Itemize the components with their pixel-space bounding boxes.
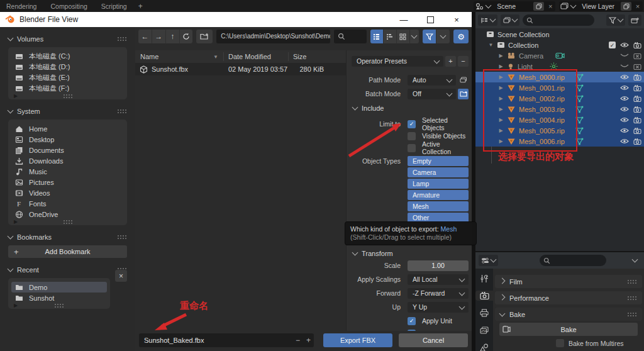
object-type-armature[interactable]: Armature [408,190,469,200]
camera-render-icon[interactable] [633,96,641,102]
resize-corner-icon[interactable]: ▶ [14,303,18,308]
sort-icon[interactable]: ▼ [213,54,218,60]
camera-disabled-icon[interactable] [633,53,641,59]
object-type-camera[interactable]: Camera [408,167,469,177]
scene-selector[interactable]: Scene × [474,1,555,11]
object-type-lamp[interactable]: Lamp [408,179,469,189]
tab-output[interactable] [475,308,493,318]
collection-row[interactable]: ▼ Collection ✓ [475,40,644,50]
increment-filename-button[interactable]: + [303,336,314,345]
visible-objects-checkbox[interactable] [408,132,416,140]
selected-objects-checkbox[interactable]: ✓ [408,120,416,128]
scale-slider[interactable]: 1.00 [408,260,469,271]
tab-rendering[interactable]: Rendering [6,3,36,10]
collection-checkbox[interactable]: ✓ [609,42,616,48]
refresh-button[interactable] [180,30,193,43]
tab-scripting[interactable]: Scripting [101,3,127,10]
volume-item-e[interactable]: 本地磁盘 (E:) [8,72,127,83]
performance-panel-header[interactable]: Performance [495,291,642,304]
close-button[interactable]: × [444,12,469,27]
tab-scene[interactable] [475,343,493,351]
operator-presets-dropdown[interactable]: Operator Presets [352,56,443,67]
volumes-header[interactable]: Volumes [8,34,127,43]
recent-item-demo[interactable]: Demo [11,282,107,292]
disclosure-collapsed-icon[interactable]: ▶ [498,53,504,58]
file-search-field[interactable] [334,30,367,43]
recent-header[interactable]: Recent [8,265,127,274]
eye-icon[interactable] [620,117,629,123]
volume-item-f[interactable]: 本地磁盘 (F:) [8,83,127,94]
eye-icon[interactable] [620,96,629,101]
vertical-list-view-button[interactable] [370,30,383,43]
volume-item-d[interactable]: 本地磁盘 (D:) [8,62,127,72]
eye-closed-icon[interactable] [620,53,629,58]
eye-icon[interactable] [620,42,629,48]
resize-corner-icon[interactable]: ▶ [14,220,18,225]
maximize-button[interactable] [418,12,443,27]
remove-preset-button[interactable]: − [458,56,469,67]
remove-view-layer-icon[interactable]: × [634,3,641,10]
resize-corner-icon[interactable]: ▶ [14,94,18,99]
system-item-music[interactable]: Music [8,166,127,177]
display-settings-chevron[interactable] [410,30,419,43]
disclosure-expanded-icon[interactable]: ▼ [488,42,494,48]
options-chevron-icon[interactable] [632,257,638,263]
batch-mode-dropdown[interactable]: Off [408,89,456,99]
clear-recent-button[interactable]: × [115,270,127,282]
file-row-sunshot-fbx[interactable]: Sunshot.fbx 02 May 2019 03:57 280 KiB [135,63,346,75]
tab-tool[interactable] [475,274,493,283]
create-folder-button[interactable] [196,30,213,43]
film-panel-header[interactable]: Film [495,275,642,288]
forward-button[interactable]: → [152,30,165,43]
scene-name[interactable]: Scene [493,3,531,10]
batch-own-dir-button[interactable] [458,89,469,99]
volume-item-c[interactable]: 本地磁盘 (C:) [8,51,127,62]
settings-gear-button[interactable]: ⚙ [453,30,469,43]
system-item-onedrive[interactable]: OneDrive [8,209,127,220]
grip-icon[interactable] [63,220,73,224]
grip-icon[interactable] [54,303,64,308]
editor-type-button[interactable] [479,255,498,266]
cancel-button[interactable]: Cancel [399,333,468,347]
add-preset-button[interactable]: + [445,56,456,67]
column-date-modified[interactable]: Date Modified [224,53,288,60]
add-bookmark-button[interactable]: + Add Bookmark [8,245,127,258]
transform-section-header[interactable]: Transform [353,250,393,257]
horizontal-list-view-button[interactable] [384,30,396,43]
system-item-pictures[interactable]: Pictures [8,177,127,187]
camera-render-icon[interactable] [633,128,641,134]
filter-toggle-button[interactable] [423,30,436,43]
view-layer-selector[interactable]: View Layer × [559,1,643,11]
object-type-empty[interactable]: Empty [408,156,469,166]
copy-view-layer-button[interactable] [621,2,631,11]
eye-icon[interactable] [620,74,629,80]
eye-icon[interactable] [620,85,629,91]
minimize-button[interactable]: — [391,12,416,27]
apply-scalings-dropdown[interactable]: All Local [408,274,469,285]
disclosure-collapsed-icon[interactable]: ▶ [498,64,504,69]
camera-object-row[interactable]: ▶ Camera [475,50,644,61]
add-workspace-button[interactable]: + [138,2,143,11]
system-item-fonts[interactable]: F Fonts [8,198,127,209]
parent-directory-button[interactable]: ↑ [166,30,179,43]
embed-textures-icon[interactable] [458,75,469,86]
copy-scene-button[interactable] [533,2,544,11]
camera-render-icon[interactable] [633,42,641,48]
camera-render-icon[interactable] [633,85,641,91]
properties-search-field[interactable] [540,255,606,266]
outliner-search-field[interactable] [523,14,594,26]
display-mode-button[interactable] [501,14,519,26]
directory-path-field[interactable]: C:\Users\admin\Desktop\Sunshot\Demo\ [216,30,330,43]
unlink-scene-icon[interactable]: × [547,3,554,10]
decrement-filename-button[interactable]: − [292,336,303,345]
apply-unit-checkbox[interactable]: ✓ [408,317,416,325]
system-item-home[interactable]: Home [8,123,127,134]
system-item-videos[interactable]: Videos [8,187,127,198]
eye-closed-icon[interactable] [620,64,629,69]
bookmarks-header[interactable]: Bookmarks [8,232,127,242]
scene-collection-row[interactable]: Scene Collection [475,29,644,40]
bake-button[interactable]: Bake [499,323,638,336]
system-item-desktop[interactable]: Desktop [8,134,127,145]
editor-type-button[interactable] [478,14,497,26]
active-collection-checkbox[interactable] [408,144,416,152]
